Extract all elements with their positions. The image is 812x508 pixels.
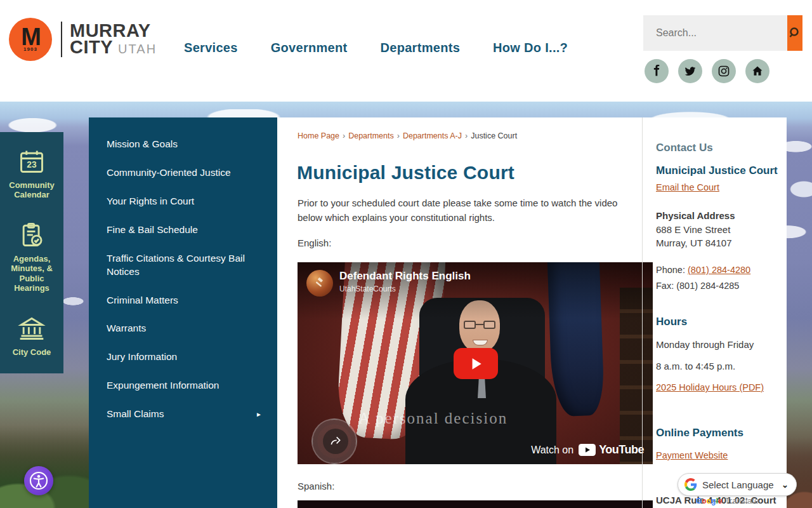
submenu-arrow-icon: ► <box>256 410 262 419</box>
nav-departments[interactable]: Departments <box>381 41 461 55</box>
logo-year: 1903 <box>23 46 37 52</box>
quick-links-rail: 23 Community Calendar Agendas, Minutes, … <box>0 132 63 373</box>
breadcrumb-home[interactable]: Home Page <box>298 131 339 140</box>
city-code-bank-icon <box>18 314 46 342</box>
logo-monogram-circle: M 1903 <box>9 18 52 61</box>
accessibility-icon <box>28 470 49 491</box>
agenda-clipboard-icon <box>18 221 46 249</box>
payment-website-link[interactable]: Payment Website <box>656 450 728 460</box>
judge-glasses <box>464 321 495 330</box>
quick-link-label: City Code <box>13 347 51 357</box>
site-header: M 1903 MURRAY CITY UTAH Services Governm… <box>0 0 812 102</box>
youtube-video-english[interactable]: Defendant Rights English UtahStateCourts… <box>298 262 653 464</box>
trees-left <box>0 425 92 508</box>
nextdoor-link[interactable] <box>745 59 769 83</box>
quick-link-label: Community Calendar <box>3 180 61 200</box>
holiday-hours-link[interactable]: 2025 Holiday Hours (PDF) <box>656 382 764 392</box>
watch-on-youtube[interactable]: Watch on YouTube <box>531 443 644 457</box>
hours-time: 8 a.m. to 4:45 p.m. <box>656 361 735 371</box>
contact-department: Municipal Justice Court <box>656 164 778 177</box>
main-content-panel: Home Page›Departments›Departments A-J›Ju… <box>277 117 787 508</box>
contact-heading: Contact Us <box>656 142 713 154</box>
google-translate-select[interactable]: Select Language ⌄ <box>678 473 797 496</box>
video-caption: A personal decision <box>358 410 508 427</box>
video-header: Defendant Rights English UtahStateCourts <box>306 270 471 297</box>
chevron-down-icon: ⌄ <box>782 480 789 490</box>
search-input[interactable] <box>643 15 787 51</box>
facebook-link[interactable] <box>645 59 669 83</box>
google-wordmark: Google <box>696 497 722 505</box>
instagram-icon <box>717 65 730 77</box>
video-title[interactable]: Defendant Rights English <box>339 270 471 283</box>
breadcrumb: Home Page›Departments›Departments A-J›Ju… <box>298 131 517 140</box>
murray-city-logo[interactable]: M 1903 MURRAY CITY UTAH <box>9 18 157 61</box>
page-title: Municipal Justice Court <box>297 162 514 184</box>
online-payments-heading: Online Payments <box>656 427 743 439</box>
phone-link[interactable]: (801) 284-4280 <box>688 265 750 275</box>
physical-address-heading: Physical Address <box>656 210 735 221</box>
quick-link-label: Agendas, Minutes, & Public Hearings <box>3 254 61 293</box>
share-button[interactable] <box>323 429 348 454</box>
breadcrumb-departments[interactable]: Departments <box>348 131 394 140</box>
contact-column-divider <box>642 117 643 508</box>
gavel-icon <box>313 277 326 290</box>
quick-link-city-code[interactable]: City Code <box>13 314 51 357</box>
play-button[interactable] <box>454 348 498 379</box>
menu-item-traffic-citations[interactable]: Traffic Citations & Courtesy Bail Notice… <box>107 244 263 286</box>
nav-how-do-i[interactable]: How Do I...? <box>493 41 568 55</box>
nextdoor-home-icon <box>751 65 764 77</box>
facebook-icon <box>650 65 663 77</box>
svg-text:23: 23 <box>27 160 37 170</box>
hours-days: Monday through Friday <box>656 339 754 350</box>
email-court-link[interactable]: Email the Court <box>656 182 719 192</box>
breadcrumb-current: Justice Court <box>471 131 517 140</box>
accessibility-widget-button[interactable] <box>24 466 53 495</box>
menu-item-your-rights[interactable]: Your Rights in Court <box>107 187 263 216</box>
search-button[interactable] <box>787 15 802 51</box>
intro-paragraph: Prior to your scheduled court date pleas… <box>298 196 618 225</box>
address-line2: Murray, UT 84107 <box>656 237 732 248</box>
menu-item-expungement[interactable]: Expungement Information <box>107 371 263 400</box>
breadcrumb-departments-aj[interactable]: Departments A-J <box>403 131 462 140</box>
youtube-logo: YouTube <box>579 443 644 457</box>
menu-item-fine-bail[interactable]: Fine & Bail Schedule <box>107 216 263 244</box>
address-line1: 688 E Vine Street <box>656 224 730 235</box>
menu-item-criminal-matters[interactable]: Criminal Matters <box>107 286 263 315</box>
menu-item-jury-information[interactable]: Jury Information <box>107 343 263 371</box>
logo-state: UTAH <box>118 42 157 56</box>
calendar-icon: 23 <box>18 147 46 175</box>
logo-line2: CITY UTAH <box>70 39 157 57</box>
main-nav: Services Government Departments How Do I… <box>184 41 568 55</box>
play-icon <box>468 356 484 372</box>
menu-item-community-oriented-justice[interactable]: Community-Oriented Justice <box>107 159 263 187</box>
logo-wordmark: MURRAY CITY UTAH <box>70 22 157 57</box>
quick-link-community-calendar[interactable]: 23 Community Calendar <box>3 147 61 200</box>
nav-services[interactable]: Services <box>184 41 238 55</box>
menu-item-mission-goals[interactable]: Mission & Goals <box>107 130 263 159</box>
google-translate-attribution: Google Translate <box>696 496 759 505</box>
hours-heading: Hours <box>656 316 687 328</box>
phone-line: Phone: (801) 284-4280 <box>656 265 750 275</box>
section-side-menu: Mission & Goals Community-Oriented Justi… <box>89 117 277 508</box>
english-label: English: <box>298 237 331 248</box>
share-icon <box>329 435 342 448</box>
google-logo-icon <box>684 478 697 491</box>
menu-item-warrants[interactable]: Warrants <box>107 314 263 343</box>
select-language-label: Select Language <box>702 479 776 490</box>
fax-line: Fax: (801) 284-4285 <box>656 281 739 291</box>
social-links <box>645 59 769 83</box>
video-channel[interactable]: UtahStateCourts <box>339 284 471 293</box>
quick-link-agendas[interactable]: Agendas, Minutes, & Public Hearings <box>3 221 61 293</box>
twitter-icon <box>684 65 697 77</box>
search-bar <box>643 15 801 51</box>
nav-government[interactable]: Government <box>271 41 348 55</box>
logo-m: M <box>21 27 40 46</box>
spanish-label: Spanish: <box>298 481 334 491</box>
logo-divider <box>61 22 62 57</box>
search-icon <box>787 25 802 41</box>
channel-avatar[interactable] <box>306 270 333 297</box>
twitter-link[interactable] <box>678 59 702 83</box>
menu-item-small-claims[interactable]: Small Claims ► <box>107 400 263 429</box>
youtube-video-spanish-top-edge[interactable] <box>298 500 653 508</box>
instagram-link[interactable] <box>712 59 736 83</box>
